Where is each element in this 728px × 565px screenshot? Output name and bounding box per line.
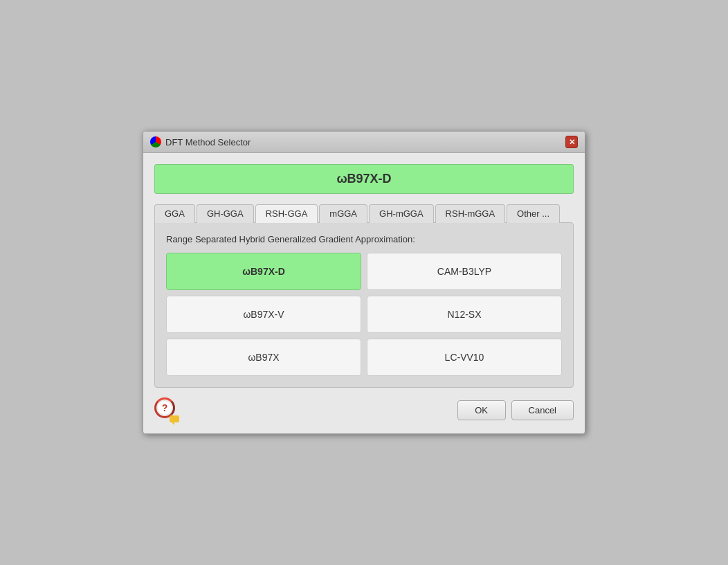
window-body: ωB97X-D GGA GH-GGA RSH-GGA mGGA GH-mGGA … xyxy=(143,153,585,433)
cancel-button[interactable]: Cancel xyxy=(511,400,574,420)
window-title: DFT Method Selector xyxy=(165,137,251,147)
footer-buttons: OK Cancel xyxy=(457,400,574,420)
tab-other[interactable]: Other ... xyxy=(507,204,560,223)
close-button[interactable]: ✕ xyxy=(565,136,578,148)
tab-rsh-gga[interactable]: RSH-GGA xyxy=(255,204,318,223)
tab-gh-gga[interactable]: GH-GGA xyxy=(197,204,254,223)
dialog-window: DFT Method Selector ✕ ωB97X-D GGA GH-GGA… xyxy=(143,131,585,434)
chat-bubble-icon xyxy=(170,415,179,422)
help-icon[interactable] xyxy=(154,397,179,422)
method-wb97x[interactable]: ωB97X xyxy=(166,339,361,376)
method-grid: ωB97X-D CAM-B3LYP ωB97X-V N12-SX ωB97X L… xyxy=(166,253,562,376)
method-lc-vv10[interactable]: LC-VV10 xyxy=(367,339,562,376)
tab-bar: GGA GH-GGA RSH-GGA mGGA GH-mGGA RSH-mGGA… xyxy=(154,204,574,222)
method-cam-b3lyp[interactable]: CAM-B3LYP xyxy=(367,253,562,290)
tab-gh-mgga[interactable]: GH-mGGA xyxy=(369,204,434,223)
app-icon xyxy=(150,136,161,147)
ok-button[interactable]: OK xyxy=(457,400,506,420)
tab-panel-rsh-gga: Range Separated Hybrid Generalized Gradi… xyxy=(154,222,574,388)
tab-panel-description: Range Separated Hybrid Generalized Gradi… xyxy=(166,234,562,244)
method-wb97x-v[interactable]: ωB97X-V xyxy=(166,296,361,333)
method-wb97x-d[interactable]: ωB97X-D xyxy=(166,253,361,290)
footer: OK Cancel xyxy=(154,397,574,422)
title-bar: DFT Method Selector ✕ xyxy=(143,132,585,153)
tab-mgga[interactable]: mGGA xyxy=(319,204,367,223)
method-n12-sx[interactable]: N12-SX xyxy=(367,296,562,333)
selected-method-display: ωB97X-D xyxy=(154,164,574,194)
tab-rsh-mgga[interactable]: RSH-mGGA xyxy=(435,204,506,223)
title-bar-left: DFT Method Selector xyxy=(150,136,251,147)
tab-gga[interactable]: GGA xyxy=(154,204,195,223)
